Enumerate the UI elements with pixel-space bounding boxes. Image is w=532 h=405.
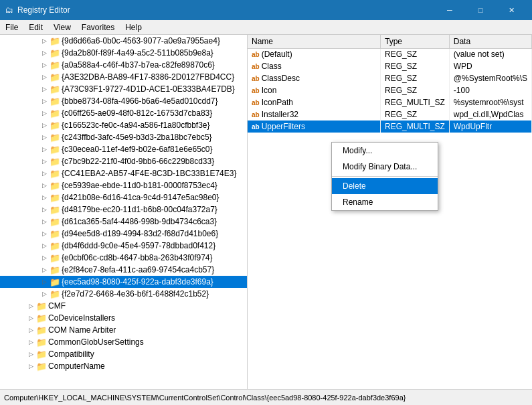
- registry-scroll[interactable]: Name Type Data ab (Default) REG_SZ (valu…: [248, 35, 532, 389]
- expand-icon[interactable]: ▷: [27, 338, 35, 346]
- expand-icon[interactable]: ▷: [40, 242, 48, 250]
- table-row[interactable]: ab ClassDesc REG_SZ @%SystemRoot%\S: [248, 72, 532, 84]
- tree-item[interactable]: ▷📁{db4f6ddd-9c0e-45e4-9597-78dbbad0f412}: [0, 240, 247, 252]
- expand-icon[interactable]: ▷: [40, 109, 48, 117]
- expand-icon[interactable]: ▷: [40, 218, 48, 226]
- tree-item[interactable]: ▷📁{c243ffbd-3afc-45e9-b3d3-2ba18bc7ebc5}: [0, 131, 247, 143]
- expand-icon[interactable]: ▷: [40, 290, 48, 298]
- name-cell: ab Installer32: [248, 108, 380, 120]
- tree-item[interactable]: ▷📁{9da2b80f-f89f-4a49-a5c2-511b085b9e8a}: [0, 47, 247, 59]
- tree-item[interactable]: ▷📁{c06ff265-ae09-48f0-812c-16753d7cba83}: [0, 107, 247, 119]
- expand-icon[interactable]: ▷: [40, 193, 48, 201]
- tree-item[interactable]: ▷📁{c7bc9b22-21f0-4f0d-9bb6-66c229b8cd33}: [0, 155, 247, 167]
- name-cell: ab IconPath: [248, 96, 380, 108]
- folder-icon: 📁: [36, 313, 47, 323]
- expand-icon[interactable]: ▷: [40, 85, 48, 93]
- expand-icon[interactable]: ▷: [40, 37, 48, 45]
- expand-icon[interactable]: ▷: [40, 181, 48, 189]
- folder-icon: 📁: [50, 253, 60, 263]
- tree-item[interactable]: ▷📁{bbbe8734-08fa-4966-b6a6-4e5ad010cdd7}: [0, 95, 247, 107]
- tree-item[interactable]: ▷📁{a0a588a4-c46f-4b37-b7ea-c82fe89870c6}: [0, 59, 247, 71]
- tree-item[interactable]: ▷📁CommonGlobUserSettings: [0, 336, 247, 348]
- expand-icon[interactable]: ▷: [40, 230, 48, 238]
- right-panel: Name Type Data ab (Default) REG_SZ (valu…: [248, 35, 532, 389]
- menu-edit[interactable]: Edit: [23, 20, 48, 34]
- expand-icon[interactable]: ▷: [27, 326, 35, 334]
- folder-icon: 📁: [50, 181, 60, 191]
- expand-icon[interactable]: ▷: [40, 73, 48, 81]
- tree-item[interactable]: ▷📁COM Name Arbiter: [0, 324, 247, 336]
- expand-icon[interactable]: ▷: [40, 266, 48, 274]
- context-menu-item[interactable]: Rename: [332, 194, 438, 210]
- expand-icon[interactable]: ▷: [27, 302, 35, 310]
- name-cell: ab Class: [248, 60, 380, 72]
- tree-item[interactable]: ▷📁Compatibility: [0, 348, 247, 360]
- table-row[interactable]: ab UpperFilters REG_MULTI_SZ WpdUpFltr: [248, 120, 532, 133]
- app-icon: 🗂: [5, 5, 13, 15]
- tree-item[interactable]: ▷📁CMF: [0, 300, 247, 312]
- type-cell: REG_SZ: [380, 84, 449, 96]
- reg-name: Icon: [262, 86, 277, 95]
- tree-item[interactable]: ▷📁{e0cbf06c-cd8b-4647-bb8a-263b43f0f974}: [0, 252, 247, 264]
- tree-label: {d421b08e-6d16-41ca-9c4d-9147e5ac98e0}: [62, 193, 219, 202]
- tree-label: {d48179be-ec20-11d1-b6b8-00c04fa372a7}: [62, 205, 217, 214]
- tree-item[interactable]: ▷📁{d94ee5d8-d189-4994-83d2-f68d7d41b0e6}: [0, 228, 247, 240]
- expand-icon[interactable]: ▷: [27, 362, 35, 370]
- tree-item[interactable]: ▷📁{A3E32DBA-BA89-4F17-8386-2D0127FBD4CC}: [0, 71, 247, 83]
- tree-item[interactable]: ▷📁{e2f84ce7-8efa-411c-aa69-97454ca4cb57}: [0, 264, 247, 276]
- table-row[interactable]: ab IconPath REG_MULTI_SZ %systemroot%\sy…: [248, 96, 532, 108]
- tree-item[interactable]: ▷📁ComputerName: [0, 360, 247, 372]
- close-button[interactable]: ✕: [496, 0, 527, 20]
- menu-help[interactable]: Help: [120, 20, 147, 34]
- tree-item[interactable]: ▷📁{d48179be-ec20-11d1-b6b8-00c04fa372a7}: [0, 204, 247, 216]
- tree-item[interactable]: ▷📁{f2e7d72-6468-4e36-b6f1-6488f42c1b52}: [0, 288, 247, 300]
- tree-scroll[interactable]: ▷📁{9d6d66a6-0b0c-4563-9077-a0e9a7955ae4}…: [0, 35, 247, 389]
- menu-favorites[interactable]: Favorites: [76, 20, 120, 34]
- expand-icon[interactable]: ▷: [40, 49, 48, 57]
- folder-icon: 📁: [36, 301, 47, 311]
- table-row[interactable]: ab (Default) REG_SZ (value not set): [248, 48, 532, 60]
- expand-icon[interactable]: ▷: [27, 350, 35, 358]
- table-row[interactable]: ab Installer32 REG_SZ wpd_ci.dll,WpdClas: [248, 108, 532, 120]
- folder-icon: 📁: [50, 265, 60, 275]
- maximize-button[interactable]: □: [465, 0, 496, 20]
- expand-icon[interactable]: ▷: [40, 278, 48, 286]
- data-cell: (value not set): [449, 48, 531, 60]
- expand-icon[interactable]: ▷: [40, 133, 48, 141]
- expand-icon[interactable]: ▷: [40, 145, 48, 153]
- menu-file[interactable]: File: [0, 20, 23, 34]
- tree-item[interactable]: ▷📁{c30ecea0-11ef-4ef9-b02e-6af81e6e65c0}: [0, 143, 247, 155]
- tree-item[interactable]: ▷📁{9d6d66a6-0b0c-4563-9077-a0e9a7955ae4}: [0, 35, 247, 47]
- table-row[interactable]: ab Icon REG_SZ -100: [248, 84, 532, 96]
- minimize-button[interactable]: ─: [434, 0, 465, 20]
- tree-item[interactable]: ▷📁{c166523c-fe0c-4a94-a586-f1a80cfbbf3e}: [0, 119, 247, 131]
- tree-label: {e0cbf06c-cd8b-4647-bb8a-263b43f0f974}: [62, 253, 213, 262]
- menu-view[interactable]: View: [48, 20, 76, 34]
- context-menu-item[interactable]: Modify Binary Data...: [332, 159, 438, 175]
- col-name[interactable]: Name: [248, 35, 380, 48]
- table-row[interactable]: ab Class REG_SZ WPD: [248, 60, 532, 72]
- tree-item[interactable]: ▷📁{A73C93F1-9727-4D1D-ACE1-0E333BA4E7DB}: [0, 83, 247, 95]
- expand-icon[interactable]: ▷: [40, 206, 48, 214]
- context-menu-item[interactable]: Delete: [332, 178, 438, 194]
- tree-item[interactable]: ▷📁{d421b08e-6d16-41ca-9c4d-9147e5ac98e0}: [0, 191, 247, 204]
- expand-icon[interactable]: ▷: [40, 169, 48, 177]
- expand-icon[interactable]: ▷: [40, 97, 48, 105]
- tree-item[interactable]: ▷📁CoDeviceInstallers: [0, 312, 247, 324]
- folder-icon: 📁: [50, 205, 60, 215]
- tree-item[interactable]: ▷📁{ce5939ae-ebde-11d0-b181-0000f8753ec4}: [0, 179, 247, 191]
- data-cell: %systemroot%\syst: [449, 96, 531, 108]
- tree-item[interactable]: ▷📁{eec5ad98-8080-425f-922a-dabf3de3f69a}: [0, 276, 247, 288]
- expand-icon[interactable]: ▷: [40, 157, 48, 165]
- context-menu-item[interactable]: Modify...: [332, 143, 438, 159]
- expand-icon[interactable]: ▷: [27, 314, 35, 322]
- expand-icon[interactable]: ▷: [40, 121, 48, 129]
- tree-item[interactable]: ▷📁{CC41EBA2-AB57-4F4E-8C3D-1BC33B1E74E3}: [0, 167, 247, 179]
- col-data[interactable]: Data: [449, 35, 531, 48]
- tree-label: {c06ff265-ae09-48f0-812c-16753d7cba83}: [62, 108, 212, 118]
- expand-icon[interactable]: ▷: [40, 61, 48, 69]
- tree-item[interactable]: ▷📁{d61ca365-5af4-4486-998b-9db4734c6ca3}: [0, 216, 247, 228]
- status-text: Computer\HKEY_LOCAL_MACHINE\SYSTEM\Curre…: [4, 394, 406, 402]
- expand-icon[interactable]: ▷: [40, 254, 48, 262]
- col-type[interactable]: Type: [380, 35, 449, 48]
